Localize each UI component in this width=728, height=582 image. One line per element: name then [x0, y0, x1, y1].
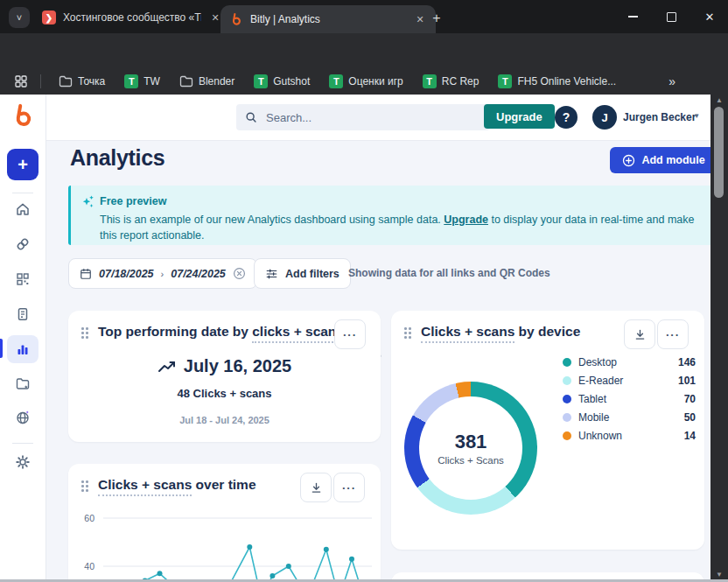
- legend-dot: [563, 358, 571, 367]
- filters-sliders-icon: [265, 268, 278, 280]
- sidebar-item-links[interactable]: [7, 230, 38, 258]
- folder-icon: [179, 75, 193, 88]
- app-topbar: Upgrade ? J Jurgen Becker ▾: [46, 95, 710, 141]
- legend-row[interactable]: Unknown 14: [563, 426, 696, 445]
- card-title-hint[interactable]: Clicks + scans: [421, 324, 514, 343]
- donut-total: 381: [455, 431, 487, 453]
- help-button[interactable]: ?: [555, 106, 578, 129]
- bookmark-rc-rep[interactable]: T RC Rep: [417, 74, 485, 88]
- user-avatar[interactable]: J: [592, 105, 617, 130]
- legend-row[interactable]: E-Reader 101: [563, 371, 696, 389]
- folder-icon: [59, 75, 73, 88]
- card-title-hint[interactable]: clicks + scans: [252, 324, 344, 343]
- upgrade-link[interactable]: Upgrade: [444, 214, 488, 226]
- line-chart[interactable]: [68, 499, 381, 582]
- sidebar-item-campaigns[interactable]: [7, 370, 38, 398]
- legend-row[interactable]: Desktop 146: [563, 353, 696, 371]
- sidebar-item-home[interactable]: [7, 195, 38, 223]
- card-title-hint[interactable]: Clicks + scans: [98, 477, 192, 496]
- drag-handle[interactable]: [81, 480, 88, 492]
- create-new-button[interactable]: +: [7, 149, 38, 180]
- scrollbar-thumb[interactable]: [714, 107, 724, 198]
- add-module-button[interactable]: Add module: [610, 147, 718, 173]
- search-input[interactable]: [264, 110, 443, 125]
- top-date-stat: 48 Clicks + scans: [68, 387, 381, 400]
- calendar-icon: [80, 268, 92, 280]
- tab-timeweb[interactable]: ❯ Хостинговое сообщество «Tim ✕: [38, 5, 226, 30]
- window-minimize-button[interactable]: [613, 0, 652, 33]
- banner-text: This is an example of our new Analytics …: [100, 214, 444, 226]
- globe-sparkle-icon: [15, 410, 31, 425]
- sparkle-icon: [81, 194, 95, 210]
- green-site-favicon-icon: T: [124, 74, 138, 88]
- sidebar-item-pages[interactable]: [7, 300, 38, 328]
- trend-line-icon: [158, 360, 177, 374]
- folder-star-icon: [15, 376, 31, 392]
- card-download-button[interactable]: [300, 473, 332, 502]
- donut-ring[interactable]: 381 Clicks + Scans: [404, 382, 537, 515]
- bitly-app: +: [0, 95, 728, 582]
- bookmark-label: Gutshot: [273, 75, 310, 88]
- new-tab-button[interactable]: +: [427, 9, 446, 28]
- apps-grid-icon[interactable]: [14, 74, 28, 88]
- card-more-button[interactable]: ···: [657, 319, 689, 349]
- legend-label: Mobile: [578, 411, 677, 424]
- tab-close-icon[interactable]: ✕: [413, 12, 427, 26]
- sidebar-item-settings[interactable]: [7, 448, 38, 476]
- date-end: 07/24/2025: [171, 268, 226, 280]
- sidebar-item-custom-domains[interactable]: [7, 403, 38, 431]
- tab-bitly-analytics[interactable]: Bitly | Analytics ✕: [220, 5, 436, 33]
- green-site-favicon-icon: T: [254, 74, 268, 88]
- bookmark-label: TW: [144, 75, 160, 88]
- bookmark-blender[interactable]: Blender: [174, 75, 240, 88]
- bookmark-tochka[interactable]: Точка: [53, 75, 110, 88]
- card-more-button[interactable]: ···: [333, 473, 365, 502]
- top-date-range: Jul 18 - Jul 24, 2025: [68, 415, 381, 425]
- bookmark-tw[interactable]: T TW: [119, 74, 165, 88]
- bar-chart-icon: [15, 341, 31, 357]
- scroll-up-icon[interactable]: ▲: [710, 96, 728, 104]
- bookmark-label: RC Rep: [442, 75, 480, 88]
- scroll-down-icon[interactable]: ▼: [710, 571, 728, 578]
- titlebar: ˅ ❯ Хостинговое сообщество «Tim ✕ Bitly …: [0, 0, 728, 33]
- card-title-text: by device: [514, 324, 580, 339]
- app-sidebar: +: [0, 95, 46, 582]
- user-menu-caret-icon[interactable]: ▾: [695, 111, 699, 120]
- bookmark-label: FH5 Online Vehicle...: [517, 75, 616, 88]
- user-name[interactable]: Jurgen Becker: [623, 111, 696, 123]
- search-box[interactable]: [236, 104, 490, 130]
- tab-search-button[interactable]: ˅: [9, 7, 30, 28]
- bitly-logo[interactable]: [10, 103, 35, 128]
- date-range-picker[interactable]: 07/18/2025 › 07/24/2025: [68, 258, 257, 289]
- bookmark-ocenki-igr[interactable]: T Оценки игр: [324, 74, 408, 88]
- card-more-button[interactable]: ···: [334, 319, 366, 349]
- plus-icon: +: [432, 11, 440, 26]
- card-title: Clicks + scans over time: [98, 477, 256, 493]
- plus-icon: +: [18, 155, 28, 175]
- sidebar-item-analytics[interactable]: [7, 335, 38, 363]
- tab-search-caret-icon: ˅: [17, 12, 22, 23]
- legend-row[interactable]: Tablet 70: [563, 389, 696, 408]
- device-legend: Desktop 146 E-Reader 101 Tablet 70: [563, 353, 696, 445]
- window-maximize-button[interactable]: [652, 0, 690, 33]
- bookmarks-overflow-icon[interactable]: »: [668, 74, 676, 88]
- drag-handle[interactable]: [81, 327, 88, 339]
- bookmark-gutshot[interactable]: T Gutshot: [248, 74, 315, 88]
- add-filters-button[interactable]: Add filters: [254, 258, 351, 289]
- banner-title: Free preview: [100, 195, 166, 207]
- page-scrollbar[interactable]: ▲ ▼: [710, 95, 728, 582]
- legend-value: 14: [684, 430, 696, 442]
- drag-handle[interactable]: [404, 327, 411, 339]
- card-title-text: over time: [192, 477, 256, 492]
- legend-dot: [563, 431, 571, 440]
- window-close-button[interactable]: ✕: [690, 0, 728, 33]
- legend-dot: [563, 413, 571, 422]
- upgrade-button[interactable]: Upgrade: [484, 104, 555, 129]
- download-icon: [634, 328, 647, 341]
- bookmark-fh5[interactable]: T FH5 Online Vehicle...: [493, 74, 621, 88]
- clear-date-icon[interactable]: [233, 267, 246, 280]
- card-download-button[interactable]: [624, 319, 655, 349]
- sidebar-item-qr-codes[interactable]: [7, 265, 38, 293]
- legend-row[interactable]: Mobile 50: [563, 408, 696, 426]
- bookmark-label: Blender: [199, 75, 234, 88]
